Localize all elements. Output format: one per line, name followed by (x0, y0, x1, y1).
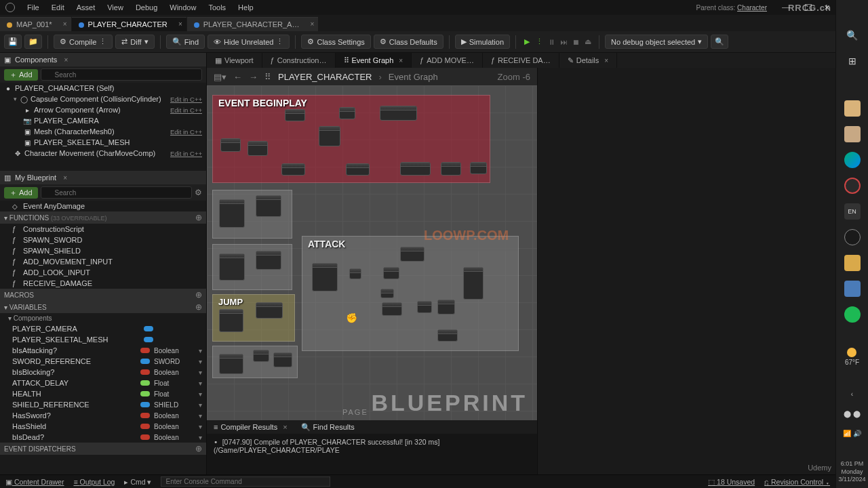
close-icon[interactable]: × (311, 20, 315, 28)
section-functions[interactable]: ▾ FUNCTIONS (33 OVERRIDABLE)⊕ (0, 211, 206, 224)
save-button[interactable]: 💾 (4, 35, 22, 49)
graph-node[interactable] (219, 354, 243, 374)
menu-window[interactable]: Window (170, 3, 196, 12)
edit-cpp-link[interactable]: Edit in C++ (170, 128, 202, 136)
component-row[interactable]: ●PLAYER_CHARACTER (Self) (0, 83, 206, 94)
plus-icon[interactable]: ⊕ (195, 213, 202, 222)
graph-node[interactable] (380, 106, 417, 121)
function-item[interactable]: ƒADD_MOVEMENT_INPUT (0, 256, 206, 267)
class-settings-button[interactable]: ⚙ Class Settings (301, 35, 370, 49)
close-icon[interactable]: × (604, 57, 608, 64)
variable-row[interactable]: SWORD_REFERENCESWORD▾ (0, 356, 206, 367)
graph-node[interactable] (256, 302, 283, 319)
variable-row[interactable]: HasShieldBoolean▾ (0, 421, 206, 432)
close-icon[interactable]: × (64, 56, 68, 64)
menu-edit[interactable]: Edit (52, 3, 64, 12)
volume-icon[interactable]: 🔊 (853, 430, 861, 437)
debug-object-selector[interactable]: No debug object selected ▾ (605, 35, 708, 49)
class-defaults-button[interactable]: ⚙ Class Defaults (374, 35, 443, 49)
compile-button[interactable]: ⚙ Compile ⋮ (54, 35, 113, 49)
add-blueprint-button[interactable]: ＋Add (4, 187, 38, 199)
hide-unrelated-button[interactable]: 👁 Hide Unrelated ⋮ (208, 35, 290, 49)
graph-node[interactable] (441, 162, 461, 176)
close-icon[interactable]: × (178, 20, 182, 28)
graph-node[interactable] (281, 163, 305, 176)
variable-row[interactable]: bIsBlocking?Boolean▾ (0, 367, 206, 378)
function-item[interactable]: ƒConstructionScript (0, 224, 206, 235)
section-macros[interactable]: MACROS⊕ (0, 289, 206, 301)
plus-icon[interactable]: ⊕ (195, 302, 202, 312)
close-icon[interactable]: × (283, 423, 287, 431)
graph-node[interactable] (437, 329, 458, 342)
component-row[interactable]: ▾◯Capsule Component (CollisionCylinder)E… (0, 94, 206, 104)
graph-node[interactable] (248, 141, 268, 156)
graph-node[interactable] (349, 268, 361, 279)
graph-node[interactable] (253, 350, 269, 362)
simulation-button[interactable]: ▶ Simulation (455, 35, 510, 49)
app-icon[interactable] (844, 281, 861, 297)
wifi-icon[interactable]: 📶 (843, 430, 851, 437)
graph-node[interactable] (400, 162, 431, 176)
pause-icon[interactable]: ⏸ (546, 37, 557, 47)
app-icon[interactable] (844, 100, 861, 117)
weather-widget[interactable]: 67°F (845, 348, 859, 366)
cmd-label[interactable]: ▸ Cmd ▾ (124, 478, 151, 486)
close-icon[interactable]: × (63, 174, 67, 182)
variable-row[interactable]: bIsDead?Boolean▾ (0, 432, 206, 443)
graph-node[interactable] (339, 107, 355, 119)
function-item[interactable]: ƒSPAWN_SWORD (0, 235, 206, 245)
menu-debug[interactable]: Debug (136, 3, 157, 12)
graph-node[interactable] (319, 126, 340, 146)
gear-icon[interactable]: ⚙ (195, 188, 202, 197)
debug-find-button[interactable]: 🔍 (711, 35, 728, 49)
revision-control-link[interactable]: ⎌ Revision Control ▾ (764, 478, 830, 486)
play-dropdown-icon[interactable]: ⋮ (534, 37, 545, 47)
parent-class-link[interactable]: Character (737, 4, 767, 12)
graph-node[interactable] (220, 138, 241, 152)
eject-icon[interactable]: ⏏ (583, 37, 593, 47)
add-component-button[interactable]: ＋Add (4, 69, 38, 81)
graph-node[interactable] (417, 301, 432, 313)
close-icon[interactable]: × (63, 20, 67, 28)
tab-viewport[interactable]: ▦Viewport (207, 53, 262, 68)
component-row[interactable]: ▣PLAYER_SKELETAL_MESH (0, 137, 206, 148)
plus-icon[interactable]: ⊕ (195, 290, 202, 300)
tab-compiler-results[interactable]: ≡Compiler Results× (207, 422, 294, 432)
tab-details[interactable]: ✎Details× (559, 53, 617, 68)
graph-node[interactable] (219, 309, 243, 332)
output-log-button[interactable]: ≡ Output Log (73, 478, 115, 486)
component-row[interactable]: ✥Character Movement (CharMoveComp)Edit i… (0, 148, 206, 159)
app-icon[interactable]: EN (844, 203, 861, 220)
graph-node[interactable] (346, 163, 370, 176)
unreal-icon[interactable] (844, 229, 861, 245)
tab-player-character-a[interactable]: PLAYER_CHARACTER_A…× (187, 17, 319, 31)
graph-node[interactable] (380, 289, 394, 298)
search-icon[interactable]: 🔍 (844, 27, 861, 43)
app-icon[interactable] (844, 126, 861, 142)
menu-file[interactable]: File (27, 3, 39, 12)
browse-button[interactable]: 📁 (24, 35, 42, 49)
tray-status-icon[interactable]: ⬤ (844, 410, 851, 418)
tab-receive-damage[interactable]: ƒRECEIVE DA… (483, 53, 559, 68)
variable-row[interactable]: HasSword?Boolean▾ (0, 410, 206, 421)
override-item[interactable]: ◇Event AnyDamage (0, 201, 206, 211)
console-command-input[interactable] (161, 476, 330, 487)
graph-node[interactable] (273, 352, 292, 367)
graph-node[interactable] (437, 300, 455, 314)
edit-cpp-link[interactable]: Edit in C++ (170, 150, 202, 157)
edge-icon[interactable] (844, 152, 861, 168)
find-button[interactable]: 🔍 Find (166, 35, 205, 49)
play-icon[interactable]: ▶ (521, 37, 532, 47)
graph-node[interactable] (256, 251, 281, 270)
step-icon[interactable]: ⏭ (558, 37, 569, 47)
function-item[interactable]: ƒSPAWN_SHIELD (0, 245, 206, 256)
component-row[interactable]: ▸Arrow Component (Arrow)Edit in C++ (0, 104, 206, 115)
spotify-icon[interactable] (844, 306, 861, 323)
menu-view[interactable]: View (107, 3, 123, 12)
nav-forward-icon[interactable]: → (249, 72, 258, 82)
stop-icon[interactable]: ⏹ (570, 37, 581, 47)
tab-find-results[interactable]: 🔍Find Results (294, 422, 361, 433)
plus-icon[interactable]: ⊕ (195, 444, 202, 453)
tray-chevron-icon[interactable]: ‹ (851, 390, 853, 398)
variable-row[interactable]: PLAYER_CAMERA (0, 323, 206, 334)
